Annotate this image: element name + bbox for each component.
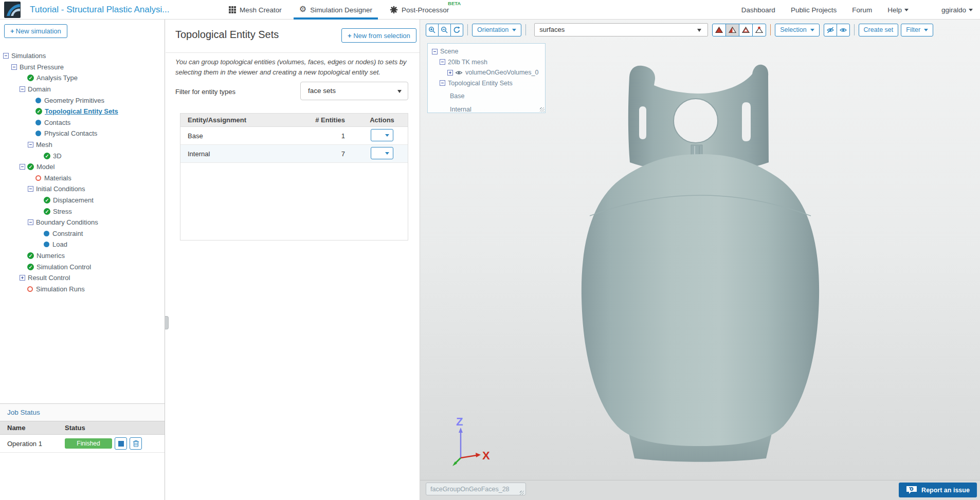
- sidebar-tree-item[interactable]: Analysis Type: [0, 72, 165, 84]
- expand-toggle-icon[interactable]: [20, 253, 25, 258]
- sidebar-tree-item[interactable]: Stress: [0, 206, 165, 217]
- expand-toggle-icon[interactable]: [28, 131, 33, 136]
- chevron-down-icon: [904, 9, 909, 11]
- scene-tree-item[interactable]: Internal: [430, 104, 543, 115]
- expand-toggle-icon[interactable]: [20, 286, 25, 292]
- render-mode-dropdown[interactable]: surfaces: [534, 23, 708, 36]
- create-set-button[interactable]: Create set: [859, 24, 899, 36]
- report-issue-button[interactable]: Report an issue: [899, 483, 977, 497]
- entity-name-input[interactable]: [426, 483, 526, 495]
- collapse-icon[interactable]: [20, 86, 25, 92]
- dropdown-caret-icon: [385, 134, 389, 137]
- collapse-icon[interactable]: [11, 64, 17, 70]
- entity-set-row[interactable]: Base 1: [180, 127, 408, 145]
- nav-link-dashboard[interactable]: Dashboard: [741, 6, 775, 14]
- sidebar-tree-item[interactable]: Contacts: [0, 117, 165, 128]
- nav-link-forum[interactable]: Forum: [852, 6, 872, 14]
- entity-type-filter-dropdown[interactable]: face sets: [300, 82, 408, 100]
- collapse-icon[interactable]: [28, 219, 33, 225]
- sidebar-tree-item[interactable]: 3D: [0, 150, 165, 161]
- scene-tree-item[interactable]: Topological Entity Sets: [430, 78, 543, 89]
- mesh-mode-nodes-button[interactable]: [752, 24, 766, 36]
- sidebar-collapse-handle[interactable]: [165, 316, 169, 329]
- visibility-eye-icon[interactable]: [455, 70, 463, 76]
- expand-toggle-icon[interactable]: [28, 108, 33, 114]
- sidebar-tree-item[interactable]: Physical Contacts: [0, 128, 165, 139]
- sidebar-tree-item[interactable]: Simulations: [0, 50, 165, 62]
- orientation-dropdown[interactable]: Orientation: [472, 24, 521, 36]
- new-from-selection-button[interactable]: + New from selection: [341, 28, 416, 43]
- toolbar-separator: [854, 24, 855, 35]
- nav-menu-help[interactable]: Help: [887, 6, 909, 14]
- show-selection-button[interactable]: [837, 24, 850, 36]
- sidebar-tree-item[interactable]: Topological Entity Sets: [0, 106, 165, 117]
- sidebar-tree-item[interactable]: Domain: [0, 84, 165, 95]
- sidebar-tree-item[interactable]: Initial Conditions: [0, 183, 165, 195]
- sidebar-tree-item[interactable]: Numerics: [0, 250, 165, 262]
- tab-simulation-designer[interactable]: ⚙ Simulation Designer: [291, 0, 381, 20]
- sidebar-tree-item[interactable]: Mesh: [0, 139, 165, 151]
- user-menu[interactable]: ggiraldo: [941, 6, 973, 14]
- scene-tree-item[interactable]: 20lb TK mesh: [430, 57, 543, 68]
- sidebar-tree-item[interactable]: Constraint: [0, 228, 165, 239]
- sidebar-tree-item[interactable]: Simulation Runs: [0, 283, 165, 294]
- scene-tree-item[interactable]: Scene: [430, 46, 543, 57]
- selection-dropdown[interactable]: Selection: [775, 24, 819, 36]
- collapse-icon[interactable]: [20, 164, 25, 170]
- mesh-mode-solid-wire-button[interactable]: [725, 24, 739, 36]
- collapse-icon[interactable]: [440, 80, 445, 86]
- scene-tree-item[interactable]: volumeOnGeoVolumes_0: [430, 67, 543, 78]
- collapse-icon[interactable]: [3, 53, 9, 59]
- expand-toggle-icon[interactable]: [28, 120, 33, 125]
- zoom-out-button[interactable]: [438, 24, 451, 36]
- zoom-in-button[interactable]: [426, 24, 439, 36]
- mesh-mode-wireframe-button[interactable]: [739, 24, 753, 36]
- entity-actions-dropdown[interactable]: [371, 147, 393, 159]
- stop-job-button[interactable]: [115, 437, 127, 450]
- entity-set-row[interactable]: Internal 7: [180, 145, 408, 163]
- render-mode-value: surfaces: [539, 26, 565, 33]
- collapse-icon[interactable]: [432, 49, 438, 54]
- sidebar-tree-item[interactable]: Geometry Primitives: [0, 95, 165, 106]
- expand-toggle-icon[interactable]: [36, 153, 42, 159]
- filter-dropdown[interactable]: Filter: [901, 24, 933, 36]
- mesh-mode-solid-button[interactable]: [712, 24, 726, 36]
- expand-toggle-icon[interactable]: [36, 242, 42, 247]
- status-icon: [44, 197, 50, 203]
- sidebar-tree-item[interactable]: Burst Pressure: [0, 62, 165, 73]
- expand-icon[interactable]: [447, 70, 453, 76]
- scene-tree-item[interactable]: Base: [430, 91, 543, 102]
- tree-item-label: Topological Entity Sets: [45, 107, 118, 115]
- entity-set-name: Internal: [180, 150, 297, 158]
- sidebar-tree-item[interactable]: Load: [0, 239, 165, 250]
- entity-actions-dropdown[interactable]: [371, 129, 393, 141]
- delete-job-button[interactable]: [130, 437, 142, 450]
- sidebar-tree-item[interactable]: Model: [0, 161, 165, 173]
- nav-link-public-projects[interactable]: Public Projects: [791, 6, 837, 14]
- collapse-icon[interactable]: [440, 59, 445, 65]
- expand-icon[interactable]: [20, 275, 25, 281]
- job-status-panel: Job Status Name Status Operation 1 Finis…: [0, 403, 165, 500]
- expand-toggle-icon[interactable]: [36, 197, 42, 203]
- sidebar-tree-item[interactable]: Boundary Conditions: [0, 217, 165, 228]
- sidebar-tree-item[interactable]: Simulation Control: [0, 261, 165, 272]
- sidebar-tree-item[interactable]: Displacement: [0, 195, 165, 206]
- status-icon: [35, 131, 41, 136]
- toolbar-separator: [525, 24, 526, 35]
- expand-toggle-icon[interactable]: [20, 264, 25, 270]
- collapse-icon[interactable]: [28, 186, 33, 192]
- expand-toggle-icon[interactable]: [28, 98, 33, 103]
- reset-view-button[interactable]: [450, 24, 463, 36]
- expand-toggle-icon[interactable]: [20, 75, 25, 81]
- sidebar-tree-item[interactable]: Result Control: [0, 272, 165, 284]
- tab-post-processor[interactable]: Post-Processor BETA: [381, 0, 458, 20]
- expand-toggle-icon[interactable]: [36, 209, 42, 214]
- new-simulation-button[interactable]: +New simulation: [4, 24, 67, 38]
- hide-selection-button[interactable]: [824, 24, 837, 36]
- tab-mesh-creator[interactable]: Mesh Creator: [220, 0, 291, 20]
- sidebar-tree-item[interactable]: Materials: [0, 173, 165, 184]
- expand-toggle-icon[interactable]: [28, 175, 33, 181]
- column-status: Status: [65, 424, 85, 432]
- expand-toggle-icon[interactable]: [36, 231, 42, 236]
- collapse-icon[interactable]: [28, 142, 33, 147]
